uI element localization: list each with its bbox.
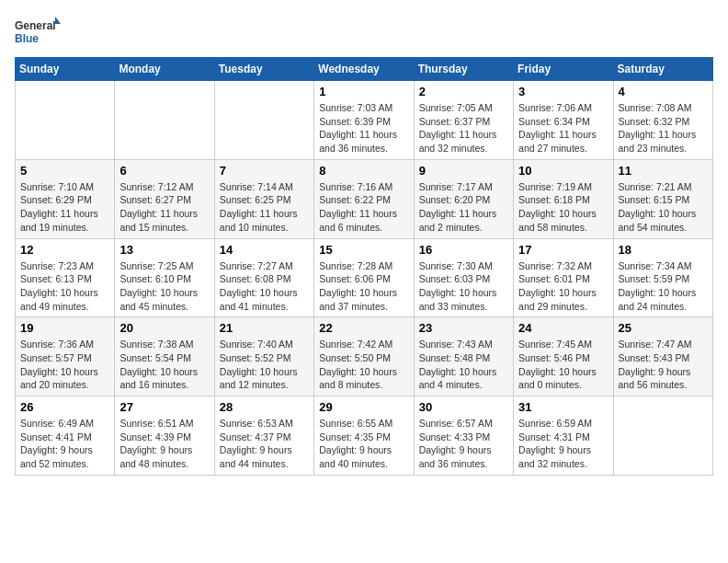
- calendar-table: SundayMondayTuesdayWednesdayThursdayFrid…: [15, 57, 713, 476]
- week-row-2: 5Sunrise: 7:10 AMSunset: 6:29 PMDaylight…: [16, 159, 713, 238]
- day-info: Sunrise: 7:10 AMSunset: 6:29 PMDaylight:…: [20, 180, 109, 235]
- empty-cell: [16, 81, 115, 160]
- day-cell-22: 22Sunrise: 7:42 AMSunset: 5:50 PMDayligh…: [314, 317, 414, 396]
- day-cell-30: 30Sunrise: 6:57 AMSunset: 4:33 PMDayligh…: [414, 396, 513, 476]
- day-cell-16: 16Sunrise: 7:30 AMSunset: 6:03 PMDayligh…: [414, 238, 513, 317]
- svg-text:Blue: Blue: [15, 32, 39, 45]
- day-info: Sunrise: 7:40 AMSunset: 5:52 PMDaylight:…: [220, 338, 309, 392]
- day-cell-24: 24Sunrise: 7:45 AMSunset: 5:46 PMDayligh…: [514, 317, 613, 396]
- day-info: Sunrise: 6:51 AMSunset: 4:39 PMDaylight:…: [119, 417, 209, 471]
- day-info: Sunrise: 6:59 AMSunset: 4:31 PMDaylight:…: [518, 417, 608, 471]
- day-cell-5: 5Sunrise: 7:10 AMSunset: 6:29 PMDaylight…: [16, 159, 115, 238]
- day-number: 27: [119, 400, 209, 414]
- day-cell-23: 23Sunrise: 7:43 AMSunset: 5:48 PMDayligh…: [414, 317, 513, 396]
- day-info: Sunrise: 7:45 AMSunset: 5:46 PMDaylight:…: [518, 338, 608, 392]
- day-cell-29: 29Sunrise: 6:55 AMSunset: 4:35 PMDayligh…: [314, 396, 414, 476]
- weekday-header-saturday: Saturday: [613, 58, 712, 81]
- day-number: 18: [619, 243, 708, 257]
- weekday-header-friday: Friday: [514, 58, 613, 81]
- day-cell-2: 2Sunrise: 7:05 AMSunset: 6:37 PMDaylight…: [414, 81, 513, 160]
- day-info: Sunrise: 7:16 AMSunset: 6:22 PMDaylight:…: [319, 180, 408, 235]
- day-number: 3: [518, 85, 608, 98]
- day-number: 15: [319, 243, 408, 257]
- day-info: Sunrise: 7:43 AMSunset: 5:48 PMDaylight:…: [419, 338, 508, 392]
- header: General Blue: [15, 15, 713, 52]
- weekday-header-tuesday: Tuesday: [214, 58, 313, 81]
- day-info: Sunrise: 7:08 AMSunset: 6:32 PMDaylight:…: [619, 101, 708, 155]
- day-number: 30: [419, 400, 508, 414]
- day-info: Sunrise: 6:49 AMSunset: 4:41 PMDaylight:…: [20, 417, 109, 471]
- day-number: 5: [20, 164, 109, 178]
- day-info: Sunrise: 7:36 AMSunset: 5:57 PMDaylight:…: [20, 338, 109, 392]
- day-number: 10: [518, 164, 608, 178]
- day-cell-21: 21Sunrise: 7:40 AMSunset: 5:52 PMDayligh…: [214, 317, 313, 396]
- day-number: 12: [20, 243, 109, 257]
- empty-cell: [115, 81, 214, 160]
- svg-marker-2: [55, 17, 61, 24]
- day-info: Sunrise: 7:23 AMSunset: 6:13 PMDaylight:…: [20, 259, 109, 314]
- logo-svg: General Blue: [15, 15, 61, 52]
- day-info: Sunrise: 7:14 AMSunset: 6:25 PMDaylight:…: [220, 180, 309, 235]
- day-number: 13: [119, 243, 209, 257]
- day-number: 2: [419, 85, 508, 98]
- day-number: 28: [220, 400, 309, 414]
- day-number: 17: [518, 243, 608, 257]
- day-info: Sunrise: 6:57 AMSunset: 4:33 PMDaylight:…: [419, 417, 508, 471]
- day-info: Sunrise: 6:55 AMSunset: 4:35 PMDaylight:…: [319, 417, 408, 471]
- day-number: 6: [119, 164, 209, 178]
- weekday-header-monday: Monday: [115, 58, 214, 81]
- week-row-5: 26Sunrise: 6:49 AMSunset: 4:41 PMDayligh…: [16, 396, 713, 476]
- day-info: Sunrise: 7:05 AMSunset: 6:37 PMDaylight:…: [419, 101, 508, 155]
- day-info: Sunrise: 7:25 AMSunset: 6:10 PMDaylight:…: [119, 259, 209, 314]
- day-info: Sunrise: 7:21 AMSunset: 6:15 PMDaylight:…: [619, 180, 708, 235]
- day-cell-13: 13Sunrise: 7:25 AMSunset: 6:10 PMDayligh…: [115, 238, 214, 317]
- day-number: 23: [419, 321, 508, 335]
- day-info: Sunrise: 7:27 AMSunset: 6:08 PMDaylight:…: [220, 259, 309, 314]
- day-info: Sunrise: 7:28 AMSunset: 6:06 PMDaylight:…: [319, 259, 408, 314]
- day-cell-11: 11Sunrise: 7:21 AMSunset: 6:15 PMDayligh…: [613, 159, 712, 238]
- day-info: Sunrise: 7:19 AMSunset: 6:18 PMDaylight:…: [518, 180, 608, 235]
- day-number: 4: [619, 85, 708, 98]
- day-info: Sunrise: 7:12 AMSunset: 6:27 PMDaylight:…: [119, 180, 209, 235]
- day-cell-20: 20Sunrise: 7:38 AMSunset: 5:54 PMDayligh…: [115, 317, 214, 396]
- week-row-1: 1Sunrise: 7:03 AMSunset: 6:39 PMDaylight…: [16, 81, 713, 160]
- weekday-header-row: SundayMondayTuesdayWednesdayThursdayFrid…: [16, 58, 713, 81]
- day-number: 29: [319, 400, 408, 414]
- empty-cell: [613, 396, 712, 476]
- weekday-header-thursday: Thursday: [414, 58, 513, 81]
- weekday-header-sunday: Sunday: [16, 58, 115, 81]
- day-number: 31: [518, 400, 608, 414]
- day-info: Sunrise: 7:30 AMSunset: 6:03 PMDaylight:…: [419, 259, 508, 314]
- day-number: 26: [20, 400, 109, 414]
- day-number: 16: [419, 243, 508, 257]
- day-number: 11: [619, 164, 708, 178]
- day-cell-15: 15Sunrise: 7:28 AMSunset: 6:06 PMDayligh…: [314, 238, 414, 317]
- day-cell-19: 19Sunrise: 7:36 AMSunset: 5:57 PMDayligh…: [16, 317, 115, 396]
- day-info: Sunrise: 7:06 AMSunset: 6:34 PMDaylight:…: [518, 101, 608, 155]
- day-cell-12: 12Sunrise: 7:23 AMSunset: 6:13 PMDayligh…: [16, 238, 115, 317]
- day-info: Sunrise: 7:38 AMSunset: 5:54 PMDaylight:…: [119, 338, 209, 392]
- day-info: Sunrise: 6:53 AMSunset: 4:37 PMDaylight:…: [220, 417, 309, 471]
- day-number: 24: [518, 321, 608, 335]
- day-cell-7: 7Sunrise: 7:14 AMSunset: 6:25 PMDaylight…: [214, 159, 313, 238]
- svg-text:General: General: [15, 19, 56, 32]
- weekday-header-wednesday: Wednesday: [314, 58, 414, 81]
- day-cell-14: 14Sunrise: 7:27 AMSunset: 6:08 PMDayligh…: [214, 238, 313, 317]
- day-number: 1: [319, 85, 408, 98]
- day-cell-1: 1Sunrise: 7:03 AMSunset: 6:39 PMDaylight…: [314, 81, 414, 160]
- day-cell-8: 8Sunrise: 7:16 AMSunset: 6:22 PMDaylight…: [314, 159, 414, 238]
- day-number: 8: [319, 164, 408, 178]
- day-number: 21: [220, 321, 309, 335]
- day-number: 20: [119, 321, 209, 335]
- day-cell-10: 10Sunrise: 7:19 AMSunset: 6:18 PMDayligh…: [514, 159, 613, 238]
- day-cell-25: 25Sunrise: 7:47 AMSunset: 5:43 PMDayligh…: [613, 317, 712, 396]
- day-info: Sunrise: 7:03 AMSunset: 6:39 PMDaylight:…: [319, 101, 408, 155]
- day-number: 14: [220, 243, 309, 257]
- day-info: Sunrise: 7:17 AMSunset: 6:20 PMDaylight:…: [419, 180, 508, 235]
- empty-cell: [214, 81, 313, 160]
- day-cell-18: 18Sunrise: 7:34 AMSunset: 5:59 PMDayligh…: [613, 238, 712, 317]
- day-cell-26: 26Sunrise: 6:49 AMSunset: 4:41 PMDayligh…: [16, 396, 115, 476]
- day-info: Sunrise: 7:32 AMSunset: 6:01 PMDaylight:…: [518, 259, 608, 314]
- day-number: 9: [419, 164, 508, 178]
- day-number: 19: [20, 321, 109, 335]
